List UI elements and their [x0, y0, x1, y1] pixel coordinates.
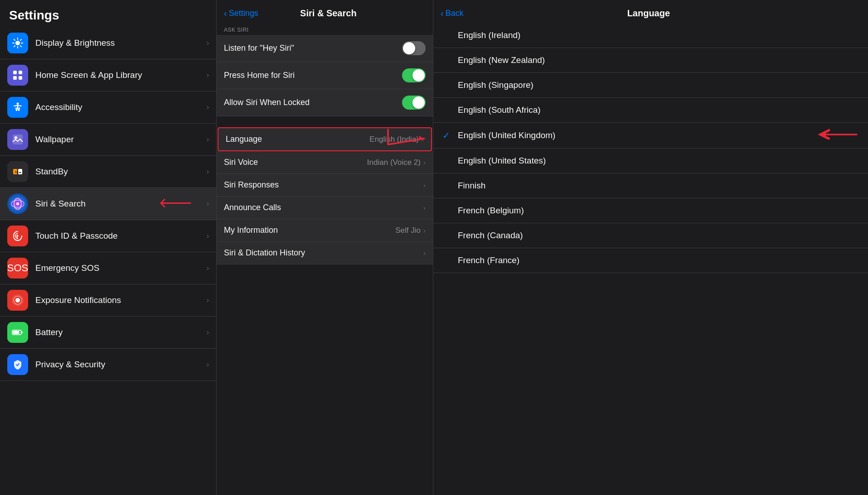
svg-point-15	[15, 136, 17, 139]
settings-item-standby[interactable]: 12 ☁ StandBy ›	[0, 156, 216, 188]
settings-item-label-accessibility: Accessibility	[35, 102, 205, 112]
siri-back-label: Settings	[229, 9, 258, 18]
settings-item-battery[interactable]: Battery ›	[0, 317, 216, 349]
siri-back-button[interactable]: ‹ Settings	[224, 8, 258, 19]
chevron-icon: ›	[207, 71, 209, 79]
settings-item-label-display: Display & Brightness	[35, 38, 205, 48]
settings-item-touchid[interactable]: Touch ID & Passcode ›	[0, 220, 216, 252]
chevron-icon: ›	[422, 135, 424, 143]
svg-text:12: 12	[15, 170, 19, 173]
lang-item-fr-canada[interactable]: French (Canada)	[433, 223, 868, 248]
ask-siri-header: ASK SIRI	[217, 23, 433, 35]
lang-item-fr-belgium[interactable]: French (Belgium)	[433, 198, 868, 223]
svg-rect-30	[21, 332, 23, 333]
siri-panel-title: Siri & Search	[258, 8, 398, 19]
chevron-icon: ›	[207, 264, 209, 272]
standby-icon: 12 ☁	[7, 161, 28, 182]
siri-item-hey-siri[interactable]: Listen for "Hey Siri"	[217, 35, 433, 62]
svg-rect-14	[13, 135, 23, 144]
siri-item-value-language: English (India)	[369, 135, 419, 144]
siri-item-label-hey-siri: Listen for "Hey Siri"	[224, 43, 402, 53]
homescreen-icon	[7, 65, 28, 86]
svg-point-13	[17, 103, 19, 105]
lang-item-en-uk[interactable]: ✓ English (United Kingdom)	[433, 123, 868, 149]
chevron-icon: ›	[207, 103, 209, 111]
siri-item-label-my-information: My Information	[224, 226, 395, 235]
lang-label-fr-france: French (France)	[458, 255, 519, 265]
svg-rect-9	[13, 71, 17, 74]
chevron-icon: ›	[423, 249, 426, 257]
toggle-allow-locked[interactable]	[402, 96, 426, 110]
settings-item-accessibility[interactable]: Accessibility ›	[0, 91, 216, 124]
siri-item-language[interactable]: Language English (India) ›	[218, 127, 432, 151]
lang-item-en-ireland[interactable]: English (Ireland)	[433, 23, 868, 48]
lang-item-fr-france[interactable]: French (France)	[433, 248, 868, 273]
siri-settings-list: ASK SIRI Listen for "Hey Siri" Press Hom…	[217, 23, 433, 495]
lang-item-en-newzealand[interactable]: English (New Zealand)	[433, 48, 868, 73]
toggle-hey-siri[interactable]	[402, 41, 426, 55]
svg-rect-12	[19, 76, 22, 80]
settings-item-privacy[interactable]: Privacy & Security ›	[0, 349, 216, 381]
language-back-button[interactable]: ‹ Back	[441, 8, 464, 19]
settings-item-homescreen[interactable]: Home Screen & App Library ›	[0, 59, 216, 91]
svg-point-0	[15, 41, 20, 45]
settings-list: Display & Brightness › Home Screen & App…	[0, 27, 216, 495]
siri-item-value-siri-voice: Indian (Voice 2)	[367, 158, 421, 167]
settings-item-label-siri: Siri & Search	[35, 199, 205, 209]
settings-item-label-privacy: Privacy & Security	[35, 360, 205, 370]
svg-line-6	[20, 46, 21, 47]
lang-item-en-singapore[interactable]: English (Singapore)	[433, 73, 868, 98]
svg-rect-10	[19, 71, 22, 74]
svg-point-24	[17, 235, 19, 237]
settings-title: Settings	[0, 0, 216, 27]
settings-item-sos[interactable]: SOS Emergency SOS ›	[0, 252, 216, 284]
siri-item-allow-locked[interactable]: Allow Siri When Locked	[217, 89, 433, 116]
settings-item-label-exposure: Exposure Notifications	[35, 295, 205, 305]
siri-item-label-announce-calls: Announce Calls	[224, 203, 423, 212]
display-icon	[7, 33, 28, 53]
siri-item-press-home[interactable]: Press Home for Siri	[217, 62, 433, 89]
siri-icon	[7, 193, 28, 214]
svg-line-5	[14, 39, 15, 40]
settings-item-exposure[interactable]: Exposure Notifications ›	[0, 284, 216, 317]
siri-section-spacer	[217, 116, 433, 127]
chevron-icon: ›	[423, 204, 426, 211]
exposure-icon	[7, 290, 28, 311]
sos-icon: SOS	[7, 258, 28, 279]
siri-search-panel: ‹ Settings Siri & Search ASK SIRI Listen…	[217, 0, 433, 495]
back-chevron-icon2: ‹	[441, 8, 444, 19]
svg-rect-29	[13, 331, 19, 334]
siri-item-label-allow-locked: Allow Siri When Locked	[224, 98, 402, 107]
svg-marker-32	[820, 132, 826, 137]
battery-icon	[7, 322, 28, 343]
siri-item-label-language: Language	[226, 135, 369, 144]
siri-item-my-information[interactable]: My Information Self Jio ›	[217, 219, 433, 242]
lang-label-en-newzealand: English (New Zealand)	[458, 55, 545, 65]
lang-item-en-us[interactable]: English (United States)	[433, 149, 868, 173]
settings-item-siri[interactable]: Siri & Search ›	[0, 188, 216, 220]
siri-item-announce-calls[interactable]: Announce Calls ›	[217, 197, 433, 219]
lang-item-finnish[interactable]: Finnish	[433, 173, 868, 198]
lang-label-finnish: Finnish	[458, 181, 485, 191]
siri-item-label-siri-voice: Siri Voice	[224, 158, 367, 167]
siri-item-siri-history[interactable]: Siri & Dictation History ›	[217, 242, 433, 264]
lang-label-en-uk: English (United Kingdom)	[458, 130, 555, 140]
siri-item-siri-responses[interactable]: Siri Responses ›	[217, 174, 433, 197]
language-panel: ‹ Back Language English (Ireland) Englis…	[433, 0, 868, 495]
svg-text:☁: ☁	[19, 171, 21, 173]
settings-panel: Settings Display & Brightness ›	[0, 0, 217, 495]
settings-item-display[interactable]: Display & Brightness ›	[0, 27, 216, 59]
settings-item-label-touchid: Touch ID & Passcode	[35, 231, 205, 241]
settings-item-wallpaper[interactable]: Wallpaper ›	[0, 124, 216, 156]
toggle-press-home[interactable]	[402, 68, 426, 82]
lang-label-en-singapore: English (Singapore)	[458, 80, 533, 90]
chevron-icon: ›	[423, 226, 426, 234]
lang-label-en-us: English (United States)	[458, 156, 546, 166]
chevron-icon: ›	[207, 328, 209, 336]
lang-item-en-southafrica[interactable]: English (South Africa)	[433, 98, 868, 123]
chevron-icon: ›	[207, 232, 209, 240]
language-panel-title: Language	[464, 8, 834, 19]
siri-item-label-siri-responses: Siri Responses	[224, 180, 423, 190]
siri-item-siri-voice[interactable]: Siri Voice Indian (Voice 2) ›	[217, 151, 433, 174]
touchid-icon	[7, 226, 28, 246]
